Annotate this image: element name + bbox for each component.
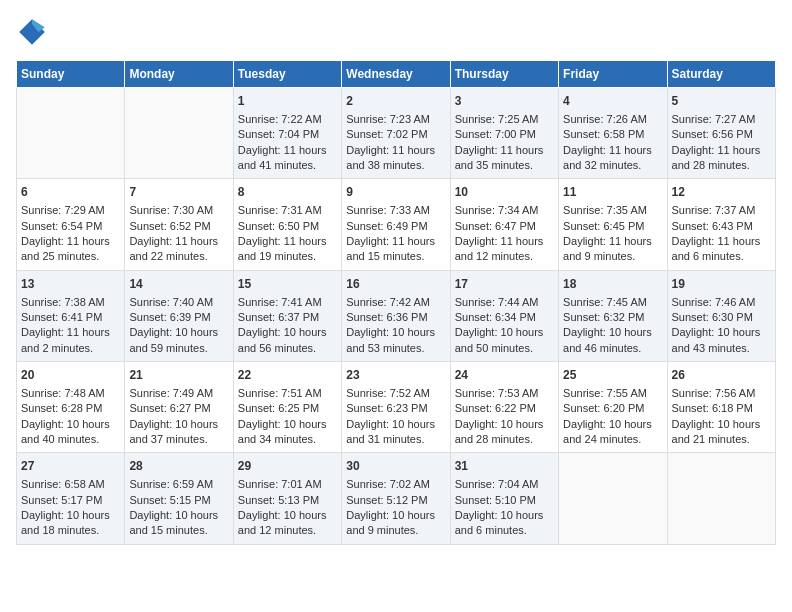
calendar-cell: 9Sunrise: 7:33 AMSunset: 6:49 PMDaylight… xyxy=(342,179,450,270)
sunset-text: Sunset: 5:17 PM xyxy=(21,494,102,506)
sunrise-text: Sunrise: 7:34 AM xyxy=(455,204,539,216)
day-number: 26 xyxy=(672,367,771,384)
sunset-text: Sunset: 6:54 PM xyxy=(21,220,102,232)
day-number: 1 xyxy=(238,93,337,110)
sunrise-text: Sunrise: 6:59 AM xyxy=(129,478,213,490)
calendar-cell: 20Sunrise: 7:48 AMSunset: 6:28 PMDayligh… xyxy=(17,362,125,453)
day-number: 22 xyxy=(238,367,337,384)
logo xyxy=(16,16,52,48)
daylight-text: Daylight: 10 hours and 18 minutes. xyxy=(21,509,110,536)
sunrise-text: Sunrise: 7:41 AM xyxy=(238,296,322,308)
day-number: 20 xyxy=(21,367,120,384)
daylight-text: Daylight: 10 hours and 43 minutes. xyxy=(672,326,761,353)
daylight-text: Daylight: 11 hours and 15 minutes. xyxy=(346,235,435,262)
daylight-text: Daylight: 11 hours and 19 minutes. xyxy=(238,235,327,262)
daylight-text: Daylight: 10 hours and 15 minutes. xyxy=(129,509,218,536)
sunset-text: Sunset: 7:00 PM xyxy=(455,128,536,140)
page-header xyxy=(16,16,776,48)
day-number: 31 xyxy=(455,458,554,475)
sunset-text: Sunset: 6:25 PM xyxy=(238,402,319,414)
sunrise-text: Sunrise: 7:35 AM xyxy=(563,204,647,216)
calendar-cell: 4Sunrise: 7:26 AMSunset: 6:58 PMDaylight… xyxy=(559,88,667,179)
sunrise-text: Sunrise: 7:30 AM xyxy=(129,204,213,216)
sunrise-text: Sunrise: 7:23 AM xyxy=(346,113,430,125)
sunset-text: Sunset: 6:39 PM xyxy=(129,311,210,323)
logo-icon xyxy=(16,16,48,48)
day-header-tuesday: Tuesday xyxy=(233,61,341,88)
calendar-cell: 28Sunrise: 6:59 AMSunset: 5:15 PMDayligh… xyxy=(125,453,233,544)
calendar-cell: 31Sunrise: 7:04 AMSunset: 5:10 PMDayligh… xyxy=(450,453,558,544)
day-number: 15 xyxy=(238,276,337,293)
sunset-text: Sunset: 7:04 PM xyxy=(238,128,319,140)
daylight-text: Daylight: 10 hours and 24 minutes. xyxy=(563,418,652,445)
sunrise-text: Sunrise: 7:01 AM xyxy=(238,478,322,490)
sunset-text: Sunset: 6:34 PM xyxy=(455,311,536,323)
calendar-cell: 7Sunrise: 7:30 AMSunset: 6:52 PMDaylight… xyxy=(125,179,233,270)
day-number: 25 xyxy=(563,367,662,384)
calendar-cell: 6Sunrise: 7:29 AMSunset: 6:54 PMDaylight… xyxy=(17,179,125,270)
sunrise-text: Sunrise: 7:42 AM xyxy=(346,296,430,308)
calendar-cell: 5Sunrise: 7:27 AMSunset: 6:56 PMDaylight… xyxy=(667,88,775,179)
week-row-2: 6Sunrise: 7:29 AMSunset: 6:54 PMDaylight… xyxy=(17,179,776,270)
daylight-text: Daylight: 11 hours and 41 minutes. xyxy=(238,144,327,171)
calendar-cell: 14Sunrise: 7:40 AMSunset: 6:39 PMDayligh… xyxy=(125,270,233,361)
sunrise-text: Sunrise: 7:52 AM xyxy=(346,387,430,399)
sunset-text: Sunset: 6:37 PM xyxy=(238,311,319,323)
day-number: 2 xyxy=(346,93,445,110)
daylight-text: Daylight: 11 hours and 12 minutes. xyxy=(455,235,544,262)
day-header-row: SundayMondayTuesdayWednesdayThursdayFrid… xyxy=(17,61,776,88)
daylight-text: Daylight: 10 hours and 28 minutes. xyxy=(455,418,544,445)
daylight-text: Daylight: 10 hours and 53 minutes. xyxy=(346,326,435,353)
calendar-cell: 1Sunrise: 7:22 AMSunset: 7:04 PMDaylight… xyxy=(233,88,341,179)
sunrise-text: Sunrise: 7:29 AM xyxy=(21,204,105,216)
day-number: 19 xyxy=(672,276,771,293)
daylight-text: Daylight: 10 hours and 37 minutes. xyxy=(129,418,218,445)
sunrise-text: Sunrise: 7:31 AM xyxy=(238,204,322,216)
calendar-cell: 27Sunrise: 6:58 AMSunset: 5:17 PMDayligh… xyxy=(17,453,125,544)
calendar-cell: 10Sunrise: 7:34 AMSunset: 6:47 PMDayligh… xyxy=(450,179,558,270)
week-row-1: 1Sunrise: 7:22 AMSunset: 7:04 PMDaylight… xyxy=(17,88,776,179)
sunrise-text: Sunrise: 6:58 AM xyxy=(21,478,105,490)
calendar-header: SundayMondayTuesdayWednesdayThursdayFrid… xyxy=(17,61,776,88)
sunrise-text: Sunrise: 7:37 AM xyxy=(672,204,756,216)
sunset-text: Sunset: 5:15 PM xyxy=(129,494,210,506)
daylight-text: Daylight: 11 hours and 9 minutes. xyxy=(563,235,652,262)
day-number: 28 xyxy=(129,458,228,475)
calendar-cell: 19Sunrise: 7:46 AMSunset: 6:30 PMDayligh… xyxy=(667,270,775,361)
sunset-text: Sunset: 6:18 PM xyxy=(672,402,753,414)
sunrise-text: Sunrise: 7:46 AM xyxy=(672,296,756,308)
calendar-cell: 3Sunrise: 7:25 AMSunset: 7:00 PMDaylight… xyxy=(450,88,558,179)
daylight-text: Daylight: 11 hours and 38 minutes. xyxy=(346,144,435,171)
calendar-cell: 16Sunrise: 7:42 AMSunset: 6:36 PMDayligh… xyxy=(342,270,450,361)
daylight-text: Daylight: 10 hours and 31 minutes. xyxy=(346,418,435,445)
calendar-cell: 13Sunrise: 7:38 AMSunset: 6:41 PMDayligh… xyxy=(17,270,125,361)
day-number: 10 xyxy=(455,184,554,201)
sunset-text: Sunset: 6:50 PM xyxy=(238,220,319,232)
week-row-3: 13Sunrise: 7:38 AMSunset: 6:41 PMDayligh… xyxy=(17,270,776,361)
sunset-text: Sunset: 6:32 PM xyxy=(563,311,644,323)
sunset-text: Sunset: 5:10 PM xyxy=(455,494,536,506)
calendar-cell: 24Sunrise: 7:53 AMSunset: 6:22 PMDayligh… xyxy=(450,362,558,453)
day-header-saturday: Saturday xyxy=(667,61,775,88)
calendar-cell xyxy=(125,88,233,179)
sunset-text: Sunset: 6:47 PM xyxy=(455,220,536,232)
sunrise-text: Sunrise: 7:53 AM xyxy=(455,387,539,399)
day-number: 29 xyxy=(238,458,337,475)
sunrise-text: Sunrise: 7:40 AM xyxy=(129,296,213,308)
sunrise-text: Sunrise: 7:04 AM xyxy=(455,478,539,490)
day-header-sunday: Sunday xyxy=(17,61,125,88)
daylight-text: Daylight: 10 hours and 50 minutes. xyxy=(455,326,544,353)
calendar-table: SundayMondayTuesdayWednesdayThursdayFrid… xyxy=(16,60,776,545)
calendar-cell: 17Sunrise: 7:44 AMSunset: 6:34 PMDayligh… xyxy=(450,270,558,361)
sunset-text: Sunset: 6:30 PM xyxy=(672,311,753,323)
sunrise-text: Sunrise: 7:33 AM xyxy=(346,204,430,216)
day-number: 9 xyxy=(346,184,445,201)
day-header-thursday: Thursday xyxy=(450,61,558,88)
calendar-cell: 15Sunrise: 7:41 AMSunset: 6:37 PMDayligh… xyxy=(233,270,341,361)
daylight-text: Daylight: 10 hours and 6 minutes. xyxy=(455,509,544,536)
sunset-text: Sunset: 5:12 PM xyxy=(346,494,427,506)
sunrise-text: Sunrise: 7:55 AM xyxy=(563,387,647,399)
sunrise-text: Sunrise: 7:25 AM xyxy=(455,113,539,125)
day-number: 21 xyxy=(129,367,228,384)
day-number: 12 xyxy=(672,184,771,201)
